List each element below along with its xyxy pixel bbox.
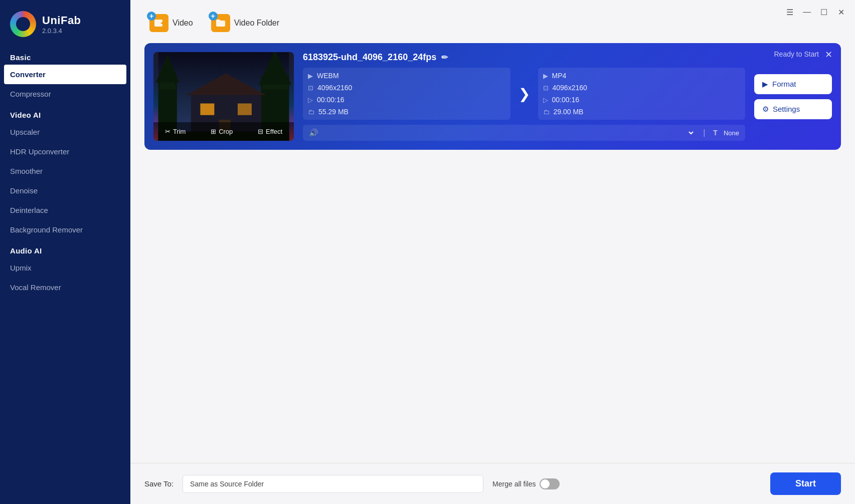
merge-row: Merge all files — [492, 478, 560, 489]
video-thumbnail: ✂ Trim ⊞ Crop ⊟ Effect — [153, 52, 294, 141]
close-button[interactable]: ✕ — [834, 5, 848, 19]
sidebar: UniFab 2.0.3.4 Basic Converter Compresso… — [0, 0, 130, 504]
app-logo-icon — [10, 11, 36, 37]
format-button[interactable]: ▶ Format — [754, 74, 832, 94]
audio-ai-section-label: Audio AI — [0, 239, 130, 258]
logo-area: UniFab 2.0.3.4 — [0, 0, 130, 46]
effect-icon: ⊟ — [258, 128, 263, 135]
video-area: Ready to Start ✕ — [130, 43, 855, 463]
target-duration-row: ▷ 00:00:16 — [543, 96, 741, 104]
format-icon: ▶ — [762, 80, 768, 89]
subtitle-icon: T — [713, 129, 718, 137]
target-resolution-row: ⊡ 4096x2160 — [543, 84, 741, 92]
video-file-icon — [153, 18, 164, 28]
effect-label: Effect — [266, 128, 282, 135]
subtitle-value: None — [724, 129, 739, 137]
folder-icon — [215, 18, 226, 28]
resolution-icon: ⊡ — [308, 84, 313, 92]
settings-label: Settings — [773, 105, 800, 113]
video-toolbar-overlay: ✂ Trim ⊞ Crop ⊟ Effect — [153, 122, 294, 141]
main-content: ☰ — ☐ ✕ + Video + Video Folder — [130, 0, 855, 504]
file-info: 6183925-uhd_4096_2160_24fps ✏ ▶ WEBM ⊡ 4… — [303, 52, 745, 141]
sidebar-item-denoise[interactable]: Denoise — [0, 181, 130, 200]
audio-icon: 🔊 — [309, 128, 318, 137]
add-folder-button[interactable]: + Video Folder — [206, 11, 284, 35]
source-resolution-row: ⊡ 4096x2160 — [308, 84, 505, 92]
size-icon: 🗀 — [308, 108, 314, 116]
merge-toggle[interactable] — [540, 478, 560, 489]
sidebar-item-upscaler[interactable]: Upscaler — [0, 122, 130, 142]
trim-label: Trim — [173, 128, 186, 135]
ready-badge: Ready to Start — [774, 50, 819, 58]
toggle-thumb — [541, 479, 550, 488]
audio-sub-row: 🔊 | T None — [303, 125, 745, 141]
basic-section-label: Basic — [0, 46, 130, 65]
target-resolution: 4096x2160 — [553, 84, 587, 92]
titlebar: ☰ — ☐ ✕ — [776, 0, 855, 24]
target-duration-icon: ▷ — [543, 96, 548, 104]
video-card: Ready to Start ✕ — [144, 43, 841, 150]
merge-label: Merge all files — [492, 480, 536, 488]
sidebar-item-converter[interactable]: Converter — [4, 65, 126, 84]
add-video-label: Video — [173, 19, 193, 28]
target-duration: 00:00:16 — [552, 96, 580, 104]
start-button[interactable]: Start — [770, 472, 841, 495]
add-video-icon: + — [149, 14, 168, 32]
save-path-field[interactable]: Same as Source Folder — [183, 475, 483, 493]
sidebar-item-smoother[interactable]: Smoother — [0, 161, 130, 181]
format-label: Format — [772, 80, 796, 88]
maximize-button[interactable]: ☐ — [817, 5, 831, 19]
app-version: 2.0.3.4 — [42, 27, 81, 35]
settings-button[interactable]: ⚙ Settings — [754, 99, 832, 119]
save-to-label: Save To: — [144, 479, 174, 488]
sidebar-item-compressor[interactable]: Compressor — [0, 84, 130, 104]
target-format: MP4 — [552, 72, 567, 80]
toolbar: + Video + Video Folder — [130, 0, 855, 43]
action-buttons: ▶ Format ⚙ Settings — [754, 52, 832, 141]
app-name: UniFab — [42, 14, 81, 27]
source-format: WEBM — [317, 72, 339, 80]
target-size-row: 🗀 29.00 MB — [543, 108, 741, 116]
logo-text: UniFab 2.0.3.4 — [42, 14, 81, 35]
target-size-icon: 🗀 — [543, 108, 550, 116]
source-meta: ▶ WEBM ⊡ 4096x2160 ▷ 00:00:16 🗀 — [303, 68, 510, 120]
menu-button[interactable]: ☰ — [783, 5, 797, 19]
video-ai-section-label: Video AI — [0, 104, 130, 122]
sidebar-item-upmix[interactable]: Upmix — [0, 258, 130, 278]
source-format-row: ▶ WEBM — [308, 72, 505, 80]
edit-filename-icon[interactable]: ✏ — [441, 53, 448, 62]
sidebar-item-hdr-upconverter[interactable]: HDR Upconverter — [0, 142, 130, 161]
file-name: 6183925-uhd_4096_2160_24fps — [303, 52, 436, 63]
target-meta: ▶ MP4 ⊡ 4096x2160 ▷ 00:00:16 🗀 — [538, 68, 746, 120]
sidebar-item-vocal-remover[interactable]: Vocal Remover — [0, 278, 130, 297]
sidebar-item-background-remover[interactable]: Background Remover — [0, 220, 130, 239]
audio-track-select[interactable] — [324, 129, 695, 137]
trim-button[interactable]: ✂ Trim — [162, 126, 189, 137]
settings-icon: ⚙ — [762, 105, 769, 114]
arrow-divider: ❯ — [515, 68, 534, 120]
add-video-button[interactable]: + Video — [144, 11, 198, 35]
target-play-icon: ▶ — [543, 72, 548, 80]
crop-label: Crop — [219, 128, 233, 135]
minimize-button[interactable]: — — [800, 5, 814, 19]
crop-button[interactable]: ⊞ Crop — [208, 126, 236, 137]
add-folder-icon: + — [211, 14, 230, 32]
plus-icon: + — [147, 12, 156, 21]
bottom-bar: Save To: Same as Source Folder Merge all… — [130, 463, 855, 504]
source-duration: 00:00:16 — [317, 96, 345, 104]
target-size: 29.00 MB — [554, 108, 584, 116]
card-close-button[interactable]: ✕ — [823, 49, 834, 60]
svg-rect-11 — [200, 103, 214, 115]
sidebar-item-deinterlace[interactable]: Deinterlace — [0, 200, 130, 220]
effect-button[interactable]: ⊟ Effect — [255, 126, 285, 137]
file-name-row: 6183925-uhd_4096_2160_24fps ✏ — [303, 52, 745, 63]
source-duration-row: ▷ 00:00:16 — [308, 96, 505, 104]
play-icon: ▶ — [308, 72, 313, 80]
plus-folder-icon: + — [209, 12, 218, 21]
target-resolution-icon: ⊡ — [543, 84, 549, 92]
target-format-row: ▶ MP4 — [543, 72, 741, 80]
source-size: 55.29 MB — [318, 108, 349, 116]
meta-container: ▶ WEBM ⊡ 4096x2160 ▷ 00:00:16 🗀 — [303, 68, 745, 120]
source-resolution: 4096x2160 — [317, 84, 352, 92]
trim-icon: ✂ — [165, 128, 170, 135]
